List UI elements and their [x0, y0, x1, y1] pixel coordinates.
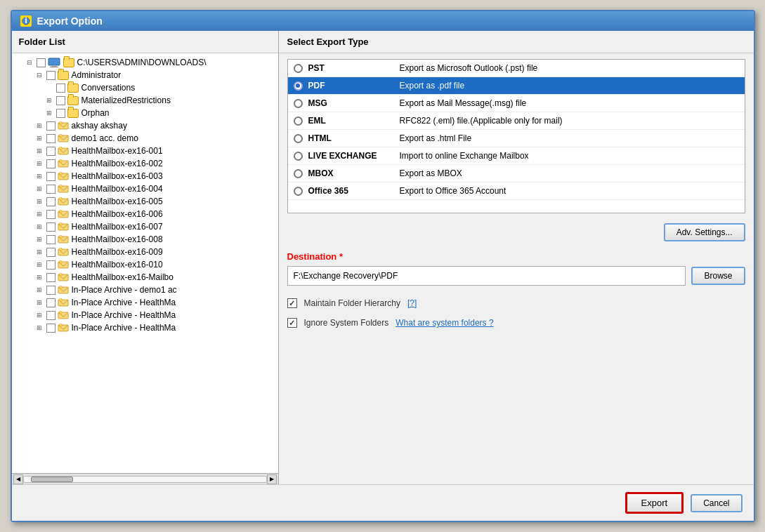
tree-label: In-Place Archive - demo1 ac — [72, 285, 177, 295]
option-help-link[interactable]: [?] — [407, 298, 417, 308]
tree-checkbox[interactable] — [46, 273, 55, 282]
tree-checkbox[interactable] — [46, 172, 55, 181]
tree-toggle[interactable]: ⊟ — [34, 70, 44, 80]
tree-checkbox[interactable] — [56, 109, 65, 118]
tree-item[interactable]: ⊞ HealthMailbox-ex16-007 — [12, 220, 278, 233]
tree-checkbox[interactable] — [46, 71, 55, 80]
tree-checkbox[interactable] — [46, 248, 55, 257]
scroll-left-arrow[interactable]: ◀ — [13, 474, 23, 484]
tree-item[interactable]: ⊞ HealthMailbox-ex16-005 — [12, 195, 278, 208]
option-checkbox[interactable] — [287, 318, 297, 328]
export-button[interactable]: Export — [625, 492, 684, 514]
tree-checkbox[interactable] — [46, 235, 55, 244]
tree-item[interactable]: ⊞MaterializedRestrictions — [12, 94, 278, 107]
option-help-link[interactable]: What are system folders ? — [395, 318, 493, 328]
tree-toggle[interactable]: ⊞ — [34, 197, 44, 206]
tree-item[interactable]: ⊞ demo1 acc. demo — [12, 132, 278, 145]
export-type-row[interactable]: MSG Export as Mail Message(.msg) file — [288, 95, 745, 112]
tree-checkbox[interactable] — [46, 298, 55, 307]
export-type-row[interactable]: HTML Export as .html File — [288, 130, 745, 147]
tree-toggle[interactable]: ⊞ — [44, 108, 54, 118]
tree-item[interactable]: ⊞ HealthMailbox-ex16-Mailbo — [12, 271, 278, 284]
tree-toggle[interactable]: ⊞ — [34, 298, 44, 307]
tree-toggle[interactable]: ⊟ — [25, 58, 34, 67]
tree-checkbox[interactable] — [46, 222, 55, 232]
option-checkbox[interactable] — [287, 298, 297, 308]
tree-item[interactable]: ⊞ HealthMailbox-ex16-001 — [12, 145, 278, 157]
export-type-list[interactable]: PST Export as Microsoft Outlook (.pst) f… — [287, 59, 745, 213]
tree-toggle[interactable]: ⊞ — [34, 247, 44, 257]
tree-toggle[interactable]: ⊞ — [34, 234, 44, 244]
tree-item[interactable]: ⊟Administrator — [12, 69, 278, 81]
horizontal-scrollbar[interactable]: ◀ ▶ — [12, 473, 278, 484]
export-type-row[interactable]: PST Export as Microsoft Outlook (.pst) f… — [288, 60, 745, 77]
export-type-row[interactable]: PDF Export as .pdf file — [288, 77, 745, 95]
tree-item[interactable]: ⊞ HealthMailbox-ex16-009 — [12, 246, 278, 258]
scroll-track[interactable] — [23, 476, 267, 483]
tree-checkbox[interactable] — [46, 121, 55, 131]
tree-item[interactable]: ⊞ akshay akshay — [12, 119, 278, 132]
tree-toggle[interactable]: ⊞ — [34, 133, 44, 143]
export-type-name: MSG — [308, 98, 400, 108]
tree-toggle[interactable]: ⊞ — [34, 260, 44, 270]
tree-checkbox[interactable] — [46, 159, 55, 168]
browse-button[interactable]: Browse — [691, 267, 745, 285]
folder-tree[interactable]: ⊟ C:\USERS\ADMIN\DOWNLOADS\⊟Administrato… — [12, 53, 278, 473]
tree-label: HealthMailbox-ex16-003 — [72, 171, 163, 181]
tree-toggle[interactable]: ⊞ — [44, 95, 54, 105]
tree-toggle[interactable]: ⊞ — [34, 184, 44, 194]
svg-rect-36 — [59, 311, 62, 314]
tree-item[interactable]: ⊞ In-Place Archive - demo1 ac — [12, 284, 278, 296]
tree-checkbox[interactable] — [56, 84, 65, 93]
tree-item[interactable]: ⊞ HealthMailbox-ex16-006 — [12, 208, 278, 220]
tree-toggle[interactable]: ⊞ — [34, 222, 44, 232]
tree-item[interactable]: ⊞ HealthMailbox-ex16-008 — [12, 233, 278, 246]
tree-item[interactable]: ⊞ In-Place Archive - HealthMa — [12, 296, 278, 309]
export-type-row[interactable]: Office 365 Export to Office 365 Account — [288, 182, 745, 200]
tree-item[interactable]: ⊟ C:\USERS\ADMIN\DOWNLOADS\ — [12, 56, 278, 69]
adv-settings-button[interactable]: Adv. Settings... — [664, 223, 745, 241]
tree-item[interactable]: ⊞Orphan — [12, 107, 278, 119]
tree-label: Conversations — [81, 83, 136, 93]
tree-toggle[interactable]: ⊞ — [34, 171, 44, 181]
export-type-row[interactable]: EML RFC822 (.eml) file.(Applicable only … — [288, 112, 745, 130]
cancel-button[interactable]: Cancel — [691, 494, 742, 512]
tree-toggle[interactable]: ⊞ — [34, 121, 44, 131]
tree-checkbox[interactable] — [46, 260, 55, 270]
export-type-row[interactable]: MBOX Export as MBOX — [288, 165, 745, 182]
tree-item[interactable]: ⊞ In-Place Archive - HealthMa — [12, 309, 278, 321]
tree-checkbox[interactable] — [46, 311, 55, 320]
export-type-row[interactable]: LIVE EXCHANGE Import to online Exchange … — [288, 147, 745, 165]
tree-checkbox[interactable] — [46, 286, 55, 295]
options-section: Maintain Folder Hierarchy [?] Ignore Sys… — [279, 291, 754, 335]
tree-item[interactable]: ⊞ HealthMailbox-ex16-010 — [12, 258, 278, 271]
scroll-thumb[interactable] — [31, 477, 73, 482]
tree-toggle[interactable]: ⊞ — [34, 272, 44, 282]
tree-toggle[interactable]: ⊞ — [34, 323, 44, 333]
tree-checkbox[interactable] — [46, 147, 55, 156]
tree-checkbox[interactable] — [46, 210, 55, 219]
tree-checkbox[interactable] — [37, 58, 46, 67]
tree-checkbox[interactable] — [46, 134, 55, 143]
tree-item[interactable]: ⊞ HealthMailbox-ex16-003 — [12, 170, 278, 182]
tree-item[interactable]: Conversations — [12, 81, 278, 94]
tree-toggle[interactable]: ⊞ — [34, 310, 44, 320]
svg-rect-14 — [59, 172, 62, 175]
svg-rect-2 — [48, 58, 60, 65]
tree-item[interactable]: ⊞ In-Place Archive - HealthMa — [12, 321, 278, 334]
tree-checkbox[interactable] — [46, 324, 55, 333]
tree-checkbox[interactable] — [56, 96, 65, 105]
destination-input[interactable] — [287, 266, 686, 286]
svg-rect-3 — [51, 65, 57, 67]
tree-label: In-Place Archive - HealthMa — [72, 310, 176, 320]
tree-toggle[interactable]: ⊞ — [34, 209, 44, 219]
mailbox-icon — [58, 222, 69, 232]
tree-item[interactable]: ⊞ HealthMailbox-ex16-002 — [12, 157, 278, 170]
tree-checkbox[interactable] — [46, 185, 55, 194]
tree-toggle[interactable]: ⊞ — [34, 285, 44, 295]
tree-toggle[interactable]: ⊞ — [34, 159, 44, 168]
scroll-right-arrow[interactable]: ▶ — [267, 474, 277, 484]
tree-checkbox[interactable] — [46, 197, 55, 206]
tree-toggle[interactable]: ⊞ — [34, 146, 44, 156]
tree-item[interactable]: ⊞ HealthMailbox-ex16-004 — [12, 182, 278, 195]
